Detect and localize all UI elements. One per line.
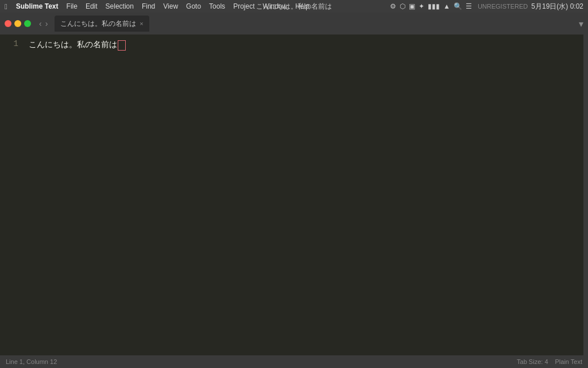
clock: 5月19日(水) 0:02: [531, 2, 583, 12]
menu-edit[interactable]: Edit: [82, 0, 102, 13]
line-gutter: 1: [0, 34, 24, 355]
menu-tools[interactable]: Tools: [205, 0, 229, 13]
system-icon-2: ⬡: [400, 2, 405, 10]
menu-file[interactable]: File: [63, 0, 82, 13]
search-icon[interactable]: 🔍: [454, 2, 462, 10]
traffic-lights: [5, 20, 31, 27]
status-bar: Line 1, Column 12 Tab Size: 4 Plain Text: [0, 355, 588, 368]
tab-bar: ‹ › こんにちは。私の名前は × ▾: [0, 13, 588, 34]
wifi-icon: ▲: [443, 2, 450, 10]
editor-line-1: こんにちは。私の名前は: [29, 39, 583, 51]
status-right-icons: ⚙ ⬡ ▣ ✦ ▮▮▮ ▲ 🔍 ☰ UNREGISTERED 5月19日(水) …: [390, 2, 583, 12]
editor-tab[interactable]: こんにちは。私の名前は ×: [55, 16, 149, 32]
menu-find[interactable]: Find: [138, 0, 159, 13]
menu-app-name[interactable]: Sublime Text: [12, 0, 63, 13]
window-title: こんにちは。私の名前は: [256, 2, 332, 12]
system-icon-1: ⚙: [390, 2, 396, 10]
nav-back-arrow[interactable]: ‹: [38, 19, 43, 28]
battery-icon: ▮▮▮: [428, 2, 440, 10]
close-button[interactable]: [5, 20, 11, 27]
editor-container: 1 こんにちは。私の名前は: [0, 34, 588, 355]
tab-title: こんにちは。私の名前は: [60, 19, 136, 29]
menu-goto[interactable]: Goto: [182, 0, 205, 13]
line-number: 1: [0, 39, 18, 48]
unregistered-label: UNREGISTERED: [478, 3, 528, 10]
menu-view[interactable]: View: [159, 0, 182, 13]
menu-project[interactable]: Project: [229, 0, 258, 13]
tab-close-button[interactable]: ×: [140, 21, 143, 27]
line-text: こんにちは。私の名前は: [29, 39, 117, 51]
status-bar-right: Tab Size: 4 Plain Text: [517, 358, 582, 365]
nav-arrows: ‹ ›: [38, 19, 49, 28]
text-cursor: [118, 40, 126, 51]
bluetooth-icon: ✦: [419, 2, 424, 10]
maximize-button[interactable]: [24, 20, 31, 27]
menu-bar:  Sublime Text File Edit Selection Find …: [0, 0, 588, 13]
tab-bar-right: ▾: [579, 18, 583, 29]
tab-dropdown-icon[interactable]: ▾: [579, 19, 583, 29]
apple-menu[interactable]: : [5, 2, 7, 11]
tab-size-label[interactable]: Tab Size: 4: [517, 358, 548, 365]
syntax-label[interactable]: Plain Text: [555, 358, 583, 365]
notification-icon[interactable]: ☰: [466, 2, 472, 10]
minimize-button[interactable]: [14, 20, 21, 27]
system-icon-3: ▣: [409, 2, 415, 10]
editor-content[interactable]: こんにちは。私の名前は: [24, 34, 583, 355]
menu-selection[interactable]: Selection: [102, 0, 138, 13]
nav-fwd-arrow[interactable]: ›: [44, 19, 49, 28]
cursor-position: Line 1, Column 12: [6, 358, 57, 365]
vertical-scrollbar[interactable]: [583, 34, 588, 355]
